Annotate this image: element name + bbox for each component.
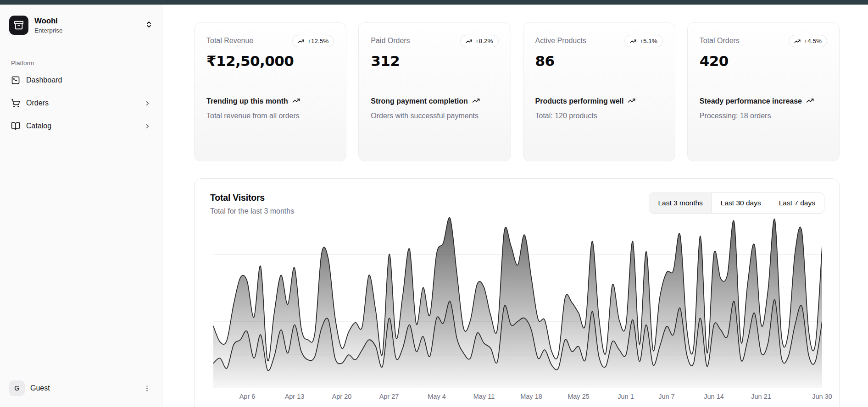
sidebar-nav: Dashboard Orders xyxy=(0,71,162,135)
stat-card-total-orders: Total Orders +4.5% 420 Steady performanc… xyxy=(687,22,840,161)
stat-description: Orders with successful payments xyxy=(371,110,498,121)
stat-value: 312 xyxy=(371,53,498,69)
stat-value: ₹12,50,000 xyxy=(206,53,334,69)
trending-up-icon xyxy=(630,38,636,44)
archive-icon xyxy=(9,16,28,35)
stat-label: Total Revenue xyxy=(206,35,253,45)
sidebar: Woohl Enterprise Platform Dashboard xyxy=(0,5,162,407)
trending-up-icon xyxy=(806,97,814,104)
x-axis-label: Jun 7 xyxy=(646,393,687,400)
trend-badge: +4.5% xyxy=(789,35,827,47)
stat-headline: Trending up this month xyxy=(206,96,334,106)
top-accent-bar xyxy=(0,0,868,5)
stat-description: Total: 120 products xyxy=(535,110,663,121)
chevrons-up-down-icon xyxy=(145,21,153,30)
dashboard-app: Woohl Enterprise Platform Dashboard xyxy=(0,0,868,407)
stat-description: Total revenue from all orders xyxy=(206,110,334,121)
trending-up-icon xyxy=(466,38,472,44)
stat-headline: Strong payment completion xyxy=(371,96,498,106)
stat-headline: Steady performance increase xyxy=(700,96,827,106)
total-visitors-card: Total Visitors Total for the last 3 mont… xyxy=(194,178,840,407)
x-axis-label: Jun 21 xyxy=(740,393,782,400)
x-axis: Apr 6Apr 13Apr 20Apr 27May 4May 11May 18… xyxy=(213,393,822,403)
sidebar-item-dashboard[interactable]: Dashboard xyxy=(6,71,156,89)
x-axis-label: May 11 xyxy=(463,393,505,400)
sidebar-item-label: Catalog xyxy=(26,122,51,130)
stat-description: Processing: 18 orders xyxy=(700,110,827,121)
tab-last-7-days[interactable]: Last 7 days xyxy=(770,193,824,213)
stat-headline: Products performing well xyxy=(535,96,663,106)
workspace-plan: Enterprise xyxy=(34,27,63,34)
x-axis-label: May 25 xyxy=(558,393,599,400)
stat-label: Paid Orders xyxy=(371,35,410,45)
sidebar-item-label: Dashboard xyxy=(26,76,62,84)
sidebar-item-catalog[interactable]: Catalog xyxy=(6,117,156,135)
trend-badge: +12.5% xyxy=(292,35,334,47)
sidebar-section-label: Platform xyxy=(11,60,162,66)
workspace-info: Woohl Enterprise xyxy=(34,16,63,34)
stat-label: Active Products xyxy=(535,35,586,45)
sidebar-item-orders[interactable]: Orders xyxy=(6,94,156,112)
visitors-area-chart[interactable] xyxy=(213,211,822,388)
trend-badge: +8.2% xyxy=(460,35,499,47)
trending-up-icon xyxy=(628,97,635,104)
x-axis-label: May 4 xyxy=(416,393,457,400)
stat-card-paid-orders: Paid Orders +8.2% 312 Strong payment com… xyxy=(358,22,511,161)
time-range-tabs: Last 3 months Last 30 days Last 7 days xyxy=(649,192,824,214)
book-open-icon xyxy=(11,121,20,131)
workspace-switcher[interactable]: Woohl Enterprise xyxy=(6,12,156,38)
trend-badge: +5.1% xyxy=(624,35,663,47)
chart-title: Total Visitors xyxy=(210,192,294,203)
stat-value: 86 xyxy=(535,53,663,69)
stat-card-total-revenue: Total Revenue +12.5% ₹12,50,000 Trending… xyxy=(194,22,346,161)
stat-label: Total Orders xyxy=(700,35,740,45)
user-menu[interactable]: G Guest xyxy=(6,377,156,400)
square-terminal-icon xyxy=(11,76,20,85)
tab-last-30-days[interactable]: Last 30 days xyxy=(712,193,770,213)
stat-card-active-products: Active Products +5.1% 86 Products perfor… xyxy=(523,22,675,161)
x-axis-label: Apr 20 xyxy=(321,393,362,400)
chevron-right-icon xyxy=(144,100,151,107)
avatar: G xyxy=(9,380,25,396)
user-name: Guest xyxy=(30,384,50,392)
x-axis-label: Jun 1 xyxy=(605,393,646,400)
x-axis-label: May 18 xyxy=(511,393,552,400)
x-axis-label: Apr 6 xyxy=(227,393,268,400)
workspace-name: Woohl xyxy=(34,16,63,26)
trending-up-icon xyxy=(794,38,801,44)
shopping-cart-icon xyxy=(11,99,20,108)
x-axis-label: Jun 30 xyxy=(801,393,843,400)
sidebar-item-label: Orders xyxy=(26,99,49,107)
x-axis-label: Apr 13 xyxy=(274,393,315,400)
tab-last-3-months[interactable]: Last 3 months xyxy=(649,193,711,213)
trending-up-icon xyxy=(298,38,304,44)
x-axis-label: Apr 27 xyxy=(368,393,410,400)
stat-value: 420 xyxy=(700,53,827,69)
chevron-right-icon xyxy=(144,123,151,130)
trending-up-icon xyxy=(292,97,300,104)
ellipsis-vertical-icon[interactable] xyxy=(141,383,153,394)
x-axis-label: Jun 14 xyxy=(693,393,734,400)
trending-up-icon xyxy=(472,97,480,104)
main-content: Total Revenue +12.5% ₹12,50,000 Trending… xyxy=(163,5,868,407)
stat-cards-row: Total Revenue +12.5% ₹12,50,000 Trending… xyxy=(194,22,840,161)
